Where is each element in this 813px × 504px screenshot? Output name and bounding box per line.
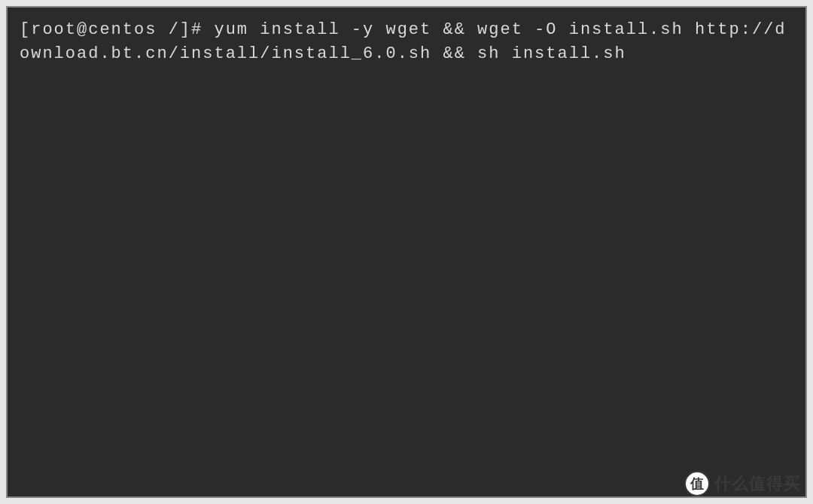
terminal-content: [root@centos /]# yum install -y wget && … xyxy=(20,18,793,66)
watermark: 值 什么值得买 xyxy=(684,471,801,496)
watermark-icon-char: 值 xyxy=(690,475,704,493)
prompt-text: [root@centos /]# xyxy=(20,20,214,39)
shell-prompt: [root@centos /]# yum install -y wget && … xyxy=(20,20,787,63)
watermark-text: 什么值得买 xyxy=(714,472,801,495)
terminal-window[interactable]: [root@centos /]# yum install -y wget && … xyxy=(6,6,807,498)
watermark-icon: 值 xyxy=(684,471,710,496)
